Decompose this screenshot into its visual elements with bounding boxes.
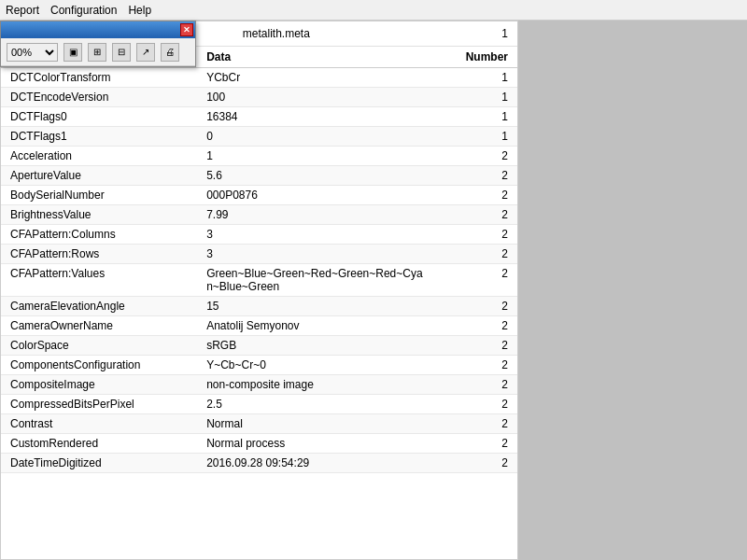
page-icon-1[interactable]: ▣	[63, 43, 82, 62]
table-row: DCTEncodeVersion1001	[1, 88, 517, 107]
cell-number: 2	[445, 297, 517, 316]
cell-number: 2	[445, 375, 517, 395]
cell-tag: DCTFlags1	[1, 127, 197, 147]
table-row: CompressedBitsPerPixel2.52	[1, 395, 517, 414]
close-button[interactable]: ✕	[180, 23, 193, 36]
grid-icon[interactable]: ⊟	[112, 43, 131, 62]
cell-tag: DCTColorTransform	[1, 68, 197, 88]
table-row: CompositeImagenon-composite image2	[1, 375, 517, 395]
report-header-right: 1	[501, 27, 508, 40]
cell-number: 1	[445, 127, 517, 147]
main-area: ✕ 00% 25% 50% 75% 100% ▣ ⊞ ⊟ ↗ 🖨 th 11.0…	[0, 21, 747, 560]
cell-number: 1	[445, 88, 517, 107]
print-icon[interactable]: 🖨	[161, 43, 179, 62]
cell-number: 2	[445, 245, 517, 264]
cell-data: 16384	[197, 107, 444, 127]
cell-tag: CompositeImage	[1, 375, 197, 395]
table-row: CustomRenderedNormal process2	[1, 434, 517, 454]
report-header-center: metalith.meta	[243, 27, 310, 40]
cell-data: Y~Cb~Cr~0	[197, 356, 444, 375]
cell-tag: CFAPattern:Values	[1, 264, 197, 297]
cell-number: 2	[445, 264, 517, 297]
cell-number: 2	[445, 356, 517, 375]
cell-data: 1	[197, 147, 444, 166]
table-row: CFAPattern:Rows32	[1, 245, 517, 264]
cell-data: Green~Blue~Green~Red~Green~Red~Cya n~Blu…	[197, 264, 444, 297]
cell-tag: ApertureValue	[1, 166, 197, 186]
cell-data: YCbCr	[197, 68, 444, 88]
cell-data: 7.99	[197, 205, 444, 225]
data-table: Tag Data Number DCTColorTransformYCbCr1D…	[1, 47, 517, 473]
table-row: DCTColorTransformYCbCr1	[1, 68, 517, 88]
table-row: ApertureValue5.62	[1, 166, 517, 186]
cell-tag: BodySerialNumber	[1, 186, 197, 205]
toolbar-window: ✕ 00% 25% 50% 75% 100% ▣ ⊞ ⊟ ↗ 🖨	[0, 21, 196, 67]
cell-tag: CompressedBitsPerPixel	[1, 395, 197, 414]
menu-help[interactable]: Help	[128, 4, 151, 17]
cell-number: 2	[445, 186, 517, 205]
window-title-bar: ✕	[1, 21, 195, 38]
table-row: ColorSpacesRGB2	[1, 336, 517, 356]
cell-number: 2	[445, 316, 517, 336]
cell-data: 0	[197, 127, 444, 147]
cell-data: Anatolij Semyonov	[197, 316, 444, 336]
table-row: BodySerialNumber000P08762	[1, 186, 517, 205]
cell-tag: CameraOwnerName	[1, 316, 197, 336]
cell-data: 3	[197, 225, 444, 245]
cell-tag: CFAPattern:Columns	[1, 225, 197, 245]
cell-number: 1	[445, 107, 517, 127]
cell-tag: Contrast	[1, 414, 197, 434]
report-panel: th 11.00 metalith.meta 1 Tag Data Number…	[0, 21, 518, 560]
table-row: CFAPattern:ValuesGreen~Blue~Green~Red~Gr…	[1, 264, 517, 297]
cell-number: 2	[445, 147, 517, 166]
table-row: DCTFlags101	[1, 127, 517, 147]
cell-number: 2	[445, 395, 517, 414]
cell-data: Normal process	[197, 434, 444, 454]
table-row: ContrastNormal2	[1, 414, 517, 434]
cell-data: 5.6	[197, 166, 444, 186]
table-row: DCTFlags0163841	[1, 107, 517, 127]
cell-data: 15	[197, 297, 444, 316]
cell-number: 2	[445, 414, 517, 434]
col-header-data: Data	[197, 47, 444, 68]
cell-data: 2016.09.28 09:54:29	[197, 454, 444, 473]
cell-data: 2.5	[197, 395, 444, 414]
cell-tag: DateTimeDigitized	[1, 454, 197, 473]
cell-tag: CustomRendered	[1, 434, 197, 454]
toolbar: 00% 25% 50% 75% 100% ▣ ⊞ ⊟ ↗ 🖨	[1, 38, 195, 66]
cell-number: 2	[445, 434, 517, 454]
cell-tag: DCTFlags0	[1, 107, 197, 127]
cell-tag: DCTEncodeVersion	[1, 88, 197, 107]
cell-tag: ColorSpace	[1, 336, 197, 356]
table-row: CFAPattern:Columns32	[1, 225, 517, 245]
cell-tag: Acceleration	[1, 147, 197, 166]
menu-configuration[interactable]: Configuration	[50, 4, 117, 17]
cell-number: 2	[445, 166, 517, 186]
menu-bar: Report Configuration Help	[0, 0, 747, 21]
export-icon[interactable]: ↗	[136, 43, 155, 62]
cell-tag: BrightnessValue	[1, 205, 197, 225]
cell-number: 2	[445, 336, 517, 356]
cell-data: 3	[197, 245, 444, 264]
table-row: CameraElevationAngle152	[1, 297, 517, 316]
table-row: DateTimeDigitized2016.09.28 09:54:292	[1, 454, 517, 473]
zoom-select[interactable]: 00% 25% 50% 75% 100%	[7, 43, 58, 62]
cell-tag: CameraElevationAngle	[1, 297, 197, 316]
col-header-number: Number	[445, 47, 517, 68]
cell-number: 2	[445, 454, 517, 473]
cell-data: Normal	[197, 414, 444, 434]
right-panel	[518, 21, 747, 560]
cell-number: 1	[445, 68, 517, 88]
table-row: BrightnessValue7.992	[1, 205, 517, 225]
page-icon-2[interactable]: ⊞	[88, 43, 106, 62]
table-row: CameraOwnerNameAnatolij Semyonov2	[1, 316, 517, 336]
table-row: Acceleration12	[1, 147, 517, 166]
table-row: ComponentsConfigurationY~Cb~Cr~02	[1, 356, 517, 375]
cell-number: 2	[445, 225, 517, 245]
cell-data: 100	[197, 88, 444, 107]
cell-tag: ComponentsConfiguration	[1, 356, 197, 375]
cell-data: non-composite image	[197, 375, 444, 395]
menu-report[interactable]: Report	[6, 4, 39, 17]
cell-data: 000P0876	[197, 186, 444, 205]
window-container: ✕ 00% 25% 50% 75% 100% ▣ ⊞ ⊟ ↗ 🖨	[0, 21, 196, 67]
